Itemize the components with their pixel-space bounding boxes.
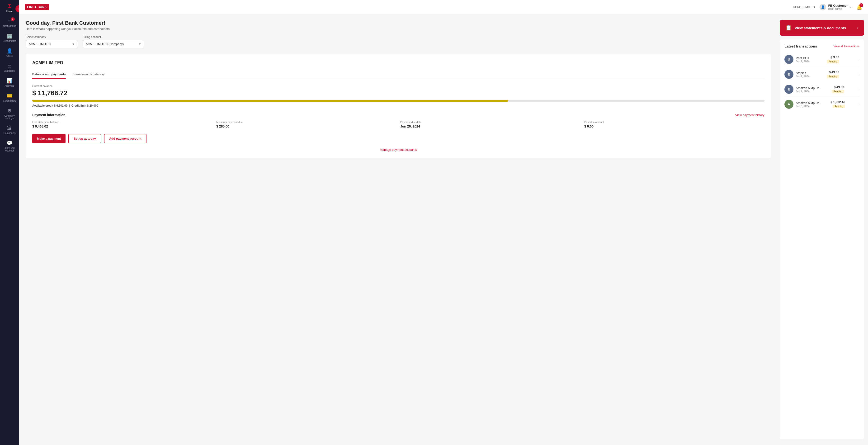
- notification-badge: 0: [860, 3, 863, 7]
- sidebar-item-label: Companies: [4, 132, 16, 135]
- company-settings-icon: ⚙: [7, 108, 12, 114]
- transaction-left: E Amazon Mktp Us Jun 7, 2024: [784, 85, 819, 94]
- transaction-date: Jun 7, 2024: [796, 75, 810, 78]
- tab-balance[interactable]: Balance and payments: [32, 70, 66, 79]
- sidebar-item-analytics[interactable]: 📊 Analytics: [0, 75, 19, 90]
- billing-select[interactable]: ACME LIMITED (Company) ▼: [83, 40, 144, 48]
- transaction-avatar: U: [784, 55, 794, 64]
- transaction-date: Jun 5, 2024: [796, 105, 819, 108]
- payment-detail-label: Past due amount: [584, 121, 765, 123]
- user-dropdown-icon[interactable]: ∨: [849, 5, 851, 9]
- transaction-chevron-icon: ›: [858, 87, 860, 91]
- sidebar-item-companies[interactable]: 🏛 Companies: [0, 122, 19, 137]
- right-panel: 📋 View statements & documents › Latest t…: [778, 14, 868, 445]
- statements-card[interactable]: 📋 View statements & documents ›: [780, 20, 864, 36]
- cardholders-icon: 💳: [7, 93, 12, 98]
- view-all-transactions-link[interactable]: View all transactions: [834, 44, 860, 48]
- transaction-details: Staples Jun 7, 2024: [796, 71, 810, 78]
- sidebar-item-notifications[interactable]: ≡ 0 Notifications: [0, 16, 19, 30]
- sidebar-item-cardholders[interactable]: 💳 Cardholders: [0, 90, 19, 105]
- transactions-title: Latest transactions: [784, 44, 817, 48]
- transaction-status: Pending: [833, 105, 845, 108]
- sidebar-item-users[interactable]: 👤 Users: [0, 45, 19, 60]
- transaction-item[interactable]: E Amazon Mktp Us Jun 7, 2024 $ 49.00 Pen…: [784, 82, 860, 97]
- credit-limit-label: Credit limit: [71, 104, 86, 107]
- statements-card-left: 📋 View statements & documents: [785, 25, 846, 31]
- payment-detail-label: Last statement balance: [32, 121, 213, 123]
- main-and-right: Good day, First Bank Customer! Here is w…: [19, 14, 868, 445]
- transaction-item[interactable]: E Staples Jun 7, 2024 $ 49.00 Pending ›: [784, 67, 860, 82]
- share-feedback-icon: 💬: [7, 140, 12, 146]
- payment-detail-last-statement: Last statement balance $ 9,468.02: [32, 121, 213, 128]
- audit-logs-icon: ☰: [7, 63, 12, 69]
- sidebar-item-company-settings[interactable]: ⚙ Company settings: [0, 105, 19, 122]
- statements-arrow: ›: [857, 26, 859, 30]
- statements-text: View statements & documents: [795, 26, 846, 30]
- payment-info-title: Payment information: [32, 113, 65, 117]
- sidebar-item-label: Cardholders: [3, 99, 16, 102]
- tab-breakdown[interactable]: Breakdown by category: [72, 70, 105, 79]
- transaction-amount: $ 1,632.43: [831, 100, 845, 104]
- user-details: FB Customer Bank admin: [828, 4, 847, 10]
- billing-select-value: ACME LIMITED (Company): [86, 42, 124, 46]
- sidebar-item-label: Departments: [3, 40, 16, 42]
- sidebar-item-audit-logs[interactable]: ☰ Audit logs: [0, 60, 19, 75]
- transaction-chevron-icon: ›: [858, 72, 860, 76]
- topbar-company-name: ACME LIMITED: [793, 5, 815, 9]
- content-area: Good day, First Bank Customer! Here is w…: [19, 14, 868, 445]
- transaction-right: $ 49.00 Pending: [832, 85, 844, 93]
- user-name: FB Customer: [828, 4, 847, 7]
- company-card-title: ACME LIMITED: [32, 60, 765, 65]
- selects-row: Select company ACME LIMITED ▼ Billing ac…: [26, 35, 771, 48]
- sidebar-item-label: Audit logs: [4, 69, 15, 72]
- sidebar-item-label: Home: [6, 10, 13, 12]
- company-select-value: ACME LIMITED: [29, 42, 51, 46]
- payment-info-header: Payment information View payment history: [32, 113, 765, 117]
- payment-detail-label: Payment due date: [400, 121, 581, 123]
- payment-detail-value: Jun 26, 2024: [400, 124, 581, 128]
- manage-payment-accounts-link[interactable]: Manage payment accounts: [32, 148, 765, 151]
- transaction-left: U Print Plus Jun 7, 2024: [784, 55, 810, 64]
- make-payment-button[interactable]: Make a payment: [32, 134, 65, 143]
- add-payment-account-button[interactable]: Add payment account: [104, 134, 147, 143]
- payment-detail-label: Minimum payment due: [216, 121, 397, 123]
- notification-bell[interactable]: 🔔 0: [856, 4, 862, 10]
- sidebar-item-departments[interactable]: 🏢 Departments: [0, 30, 19, 45]
- payment-details-grid: Last statement balance $ 9,468.02 Minimu…: [32, 121, 765, 128]
- transaction-date: Jun 7, 2024: [796, 90, 819, 93]
- payment-detail-value: $ 0.00: [584, 124, 765, 128]
- transaction-amount: $ 49.00: [829, 70, 839, 74]
- company-select-arrow: ▼: [72, 42, 75, 46]
- credit-limit-value: $ 20,000: [87, 104, 98, 107]
- payment-detail-past-due: Past due amount $ 0.00: [584, 121, 765, 128]
- sidebar-item-share-feedback[interactable]: 💬 Share your feedback: [0, 137, 19, 155]
- transaction-name: Staples: [796, 71, 810, 75]
- transaction-left: A Amazon Mktp Us Jun 5, 2024: [784, 100, 819, 109]
- sidebar-item-label: Notifications: [3, 25, 16, 27]
- setup-autopay-button[interactable]: Set up autopay: [68, 134, 101, 143]
- view-payment-history-link[interactable]: View payment history: [735, 113, 765, 117]
- transaction-item[interactable]: U Print Plus Jun 7, 2024 $ 9.30 Pending …: [784, 52, 860, 67]
- transaction-right: $ 1,632.43 Pending: [831, 100, 845, 108]
- billing-select-group: Billing account ACME LIMITED (Company) ▼: [83, 35, 144, 48]
- transaction-status: Pending: [832, 90, 844, 93]
- balance-label: Current balance: [32, 85, 765, 88]
- company-select[interactable]: ACME LIMITED ▼: [26, 40, 78, 48]
- payment-detail-due-date: Payment due date Jun 26, 2024: [400, 121, 581, 128]
- notifications-badge: 0: [11, 17, 15, 21]
- home-icon: ⊞: [7, 3, 12, 9]
- main-inner: Good day, First Bank Customer! Here is w…: [19, 14, 778, 445]
- analytics-icon: 📊: [7, 78, 12, 84]
- transaction-chevron-icon: ›: [858, 102, 860, 106]
- user-info: 👤 FB Customer Bank admin ∨: [819, 4, 851, 10]
- logo: FIRST BANK: [25, 4, 50, 10]
- transaction-right: $ 9.30 Pending: [827, 55, 839, 63]
- sidebar-item-label: Share your feedback: [1, 147, 18, 152]
- topbar-right: ACME LIMITED 👤 FB Customer Bank admin ∨ …: [793, 4, 862, 10]
- notifications-icon: ≡: [8, 18, 11, 24]
- sidebar: › ⊞ Home ≡ 0 Notifications 🏢 Departments…: [0, 0, 19, 445]
- transaction-details: Print Plus Jun 7, 2024: [796, 56, 810, 63]
- transaction-item[interactable]: A Amazon Mktp Us Jun 5, 2024 $ 1,632.43 …: [784, 97, 860, 112]
- payment-detail-value: $ 285.00: [216, 124, 397, 128]
- avatar: 👤: [819, 4, 826, 10]
